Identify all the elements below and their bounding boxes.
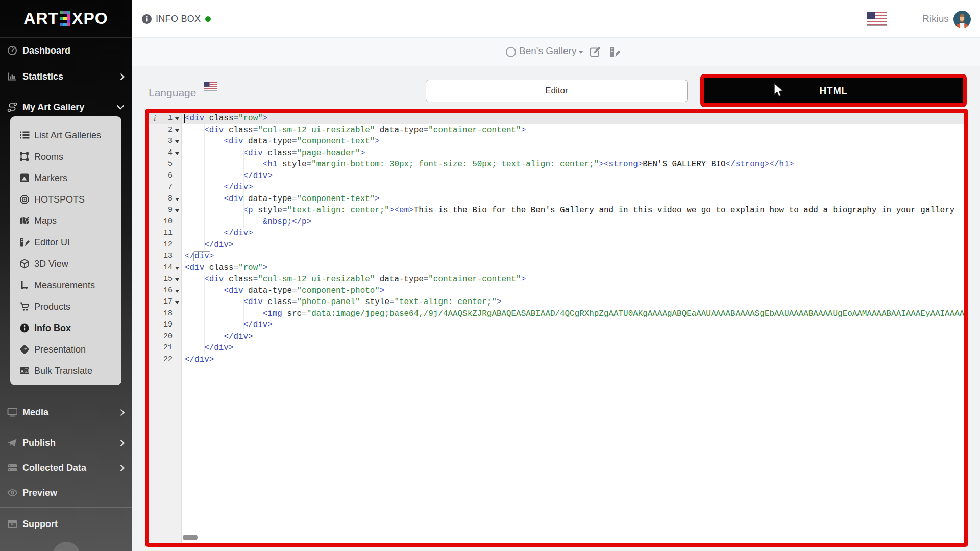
svg-text:A: A <box>20 369 23 374</box>
svg-text:7: 7 <box>25 369 27 373</box>
